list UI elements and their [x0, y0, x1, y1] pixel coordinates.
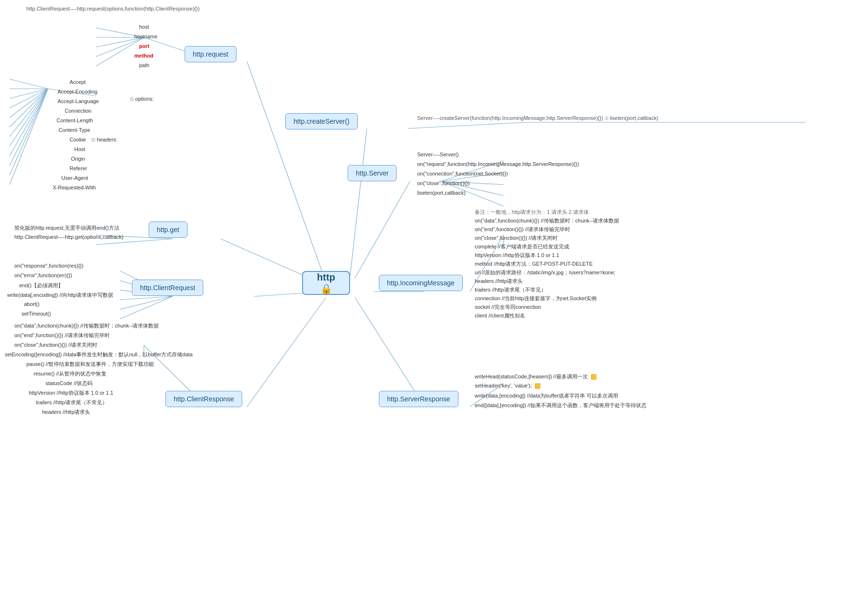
- svg-line-26: [10, 89, 48, 185]
- svg-line-25: [10, 89, 48, 175]
- svg-line-45: [120, 296, 173, 319]
- node-clientrequest: http.ClientRequest: [132, 280, 203, 296]
- sr-item2: setHeader('key', 'value');: [475, 383, 540, 389]
- svg-line-0: [247, 61, 326, 283]
- im-note: 备注：一般地，http请求分为：1.请求头 2.请求体: [475, 209, 589, 216]
- im-item7: url //原始的请求路径：/static/img/x.jpg；/users?n…: [475, 269, 615, 276]
- cr-item1: on("data",function(chunk){}) //传输数据时：chu…: [14, 322, 159, 329]
- central-node: http 🔒: [302, 271, 350, 295]
- central-label: http 🔒: [313, 272, 340, 294]
- cr-item8: httpVersion //http协议版本 1.0 or 1.1: [29, 389, 113, 397]
- im-item5: httpVersion //http协议版本 1.0 or 1.1: [475, 252, 559, 259]
- hdr-cookie: Cookie: [70, 137, 86, 142]
- hdr-content-length: Content-Length: [57, 117, 93, 123]
- serverresponse-label: http.ServerResponse: [387, 395, 450, 403]
- createserver-label: http.createServer(): [293, 117, 350, 125]
- cr-item4: setEncoding([encoding]) //data事件发生时触发：默认…: [5, 351, 193, 358]
- im-item8: headers //http请求头: [475, 278, 523, 285]
- get-item1: 简化版的http.request,无需手动调用end()方法: [14, 224, 119, 232]
- node-incoming: http.IncomingMessage: [379, 275, 463, 291]
- incoming-label: http.IncomingMessage: [387, 279, 455, 287]
- svg-line-5: [247, 297, 326, 407]
- sv-item0: Server----Server(): [417, 152, 459, 157]
- hdr-accept-encoding: Accept-Encoding: [58, 89, 97, 94]
- request-top-label: http.ClientRequest----http.request(optio…: [26, 6, 199, 12]
- opt-port: port: [139, 43, 149, 49]
- connections-svg: [0, 0, 868, 610]
- svg-line-1: [350, 129, 367, 276]
- im-item3: on("close",function(){}) //请求关闭时: [475, 235, 558, 242]
- cq-item2: on("error",function(err){}): [14, 272, 72, 278]
- hdr-accept-language: Accept-Language: [58, 98, 99, 104]
- node-get: http.get: [149, 222, 188, 238]
- svg-line-2: [355, 181, 410, 278]
- cq-item1: on("response",function(res){}): [14, 263, 83, 269]
- clientresponse-label: http.ClientResponse: [174, 395, 234, 403]
- svg-line-19: [10, 89, 48, 117]
- sv-item1: on("request",function(http.IncomingMessa…: [417, 161, 579, 167]
- node-server: http.Server: [348, 165, 397, 181]
- hdr-connection: Connection: [65, 108, 92, 114]
- cr-item6: resume() //从暂停的状态中恢复: [34, 370, 106, 377]
- im-item2: on("end",function(){}) //请求体传输完毕时: [475, 226, 570, 233]
- sv-item3: on("close",function(){}): [417, 180, 469, 186]
- sr-item1: writeHead(statusCode,[heasers]) //最多调用一次: [475, 373, 597, 380]
- hdr-xrequested: X-Requested-With: [53, 185, 96, 190]
- hdr-referer: Referer: [70, 165, 87, 171]
- svg-line-23: [10, 89, 48, 156]
- cr-item9: trailers //http请求尾（不常见）: [36, 399, 107, 406]
- cr-item5: pause() //暂停结束数据和发送事件，方便实现下载功能: [26, 361, 154, 368]
- get-item2: http.ClientRequest----http.get(options,c…: [14, 234, 123, 240]
- im-item9: trailers //http请求尾（不常见）: [475, 286, 546, 293]
- cs-item1: Server----createServer(function(http.Inc…: [417, 115, 658, 121]
- cr-item3: on("close",function(){}) //请求关闭时: [14, 341, 97, 349]
- cr-item2: on("end",function(){}) //请求体传输完毕时: [14, 332, 110, 339]
- node-request: http.request: [185, 46, 236, 62]
- node-createserver: http.createServer(): [285, 113, 358, 129]
- hdr-accept: Accept: [70, 79, 86, 85]
- sr-item4: end([data],[encoding]) //如果不调用这个函数，客户端将用…: [475, 402, 646, 409]
- im-item11: socket //完全等同connection: [475, 304, 541, 311]
- im-item4: complete //客户端请求是否已经发送完成: [475, 243, 569, 250]
- sr-item3: write(data,[encoding]) //data为buffer或者字符…: [475, 392, 618, 399]
- svg-line-17: [10, 89, 48, 98]
- opt-host: host: [139, 24, 149, 30]
- cr-item10: headers //http请求头: [42, 409, 90, 416]
- cq-item5: abort(): [24, 301, 39, 307]
- node-clientresponse: http.ClientResponse: [165, 391, 242, 407]
- svg-line-15: [10, 79, 48, 89]
- svg-line-4: [355, 297, 424, 407]
- svg-line-18: [10, 89, 48, 108]
- svg-line-22: [10, 89, 48, 146]
- svg-line-44: [120, 296, 173, 309]
- sv-item2: on("connection",function(net.Socket){}): [417, 171, 508, 176]
- svg-line-27: [408, 122, 528, 129]
- opt-method: method: [134, 53, 153, 59]
- get-label: http.get: [157, 226, 179, 234]
- svg-line-43: [120, 296, 173, 300]
- clientrequest-label: http.ClientRequest: [140, 284, 195, 292]
- im-item6: method //http请求方法：GET-POST-PUT-DELETE: [475, 260, 593, 268]
- cq-item3: end()【必须调用】: [19, 282, 63, 289]
- cq-item6: setTimeout(): [22, 311, 51, 317]
- server-label: http.Server: [356, 169, 388, 177]
- hdr-host: Host: [74, 146, 85, 152]
- cr-item7: statusCode //状态码: [46, 380, 93, 387]
- headers-label: ⊙ headers:: [91, 137, 117, 143]
- options-label: ⊙ options:: [129, 96, 154, 102]
- im-item1: on("data",function(chunk){}) //传输数据时：chu…: [475, 217, 619, 224]
- hdr-content-type: Content-Type: [59, 127, 90, 133]
- mind-map: http 🔒 http.request http.createServer() …: [0, 0, 868, 610]
- sv-item4: liseten(port,callback): [417, 190, 466, 196]
- node-serverresponse: http.ServerResponse: [379, 391, 458, 407]
- cq-item4: write(data[,encoding]) //向http请求体中写数据: [7, 292, 113, 299]
- hdr-origin: Origin: [71, 156, 85, 162]
- opt-path: path: [139, 62, 149, 68]
- im-item12: client //client属性别名: [475, 312, 525, 319]
- svg-line-20: [10, 89, 48, 127]
- svg-line-21: [10, 89, 48, 137]
- request-label: http.request: [193, 50, 228, 58]
- svg-line-13: [96, 37, 144, 66]
- hdr-useragent: User-Agent: [61, 175, 88, 181]
- svg-line-24: [10, 89, 48, 165]
